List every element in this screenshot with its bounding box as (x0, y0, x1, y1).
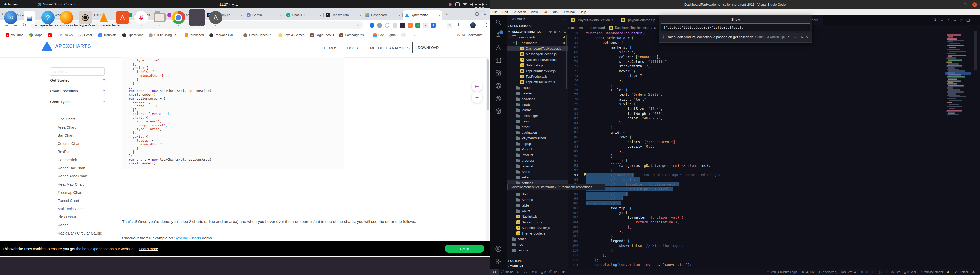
explorer-tree-item[interactable]: wallet (507, 208, 568, 213)
browser-menu-icon[interactable]: ⋮ (484, 22, 489, 28)
browser-tab[interactable]: Dashboard - × (363, 10, 403, 20)
show-applications-button[interactable] (475, 3, 484, 12)
explorer-tree-item[interactable]: headings (507, 96, 568, 101)
got-it-button[interactable]: Got it! (445, 245, 484, 253)
docs-nav-item[interactable]: Candlestick (58, 158, 77, 162)
account-icon[interactable] (493, 243, 504, 254)
explorer-tree-item[interactable]: NotificationsSection.js (507, 57, 568, 62)
accounts-icon[interactable]: 1 (493, 29, 504, 41)
dock-app[interactable] (152, 9, 168, 26)
dock-app[interactable] (21, 9, 37, 26)
explorer-tree-item[interactable]: TopProducts.js (507, 74, 568, 79)
extension-icon[interactable] (415, 23, 420, 28)
apexcharts-logo[interactable]: APEXCHARTS (41, 41, 91, 51)
code-search-icon[interactable] (493, 93, 504, 104)
bookmarks-overflow-icon[interactable]: » (414, 33, 415, 37)
minimize-button[interactable]: — (955, 3, 958, 6)
vscode-title-bar[interactable]: DashboardTopHeader.js - seller-storefron… (490, 0, 980, 9)
search-icon[interactable] (493, 17, 504, 28)
menu-item[interactable]: Terminal (560, 10, 577, 14)
explorer-tree-item[interactable]: layouts (507, 247, 568, 253)
docs-nav-item[interactable]: Column Chart (58, 142, 80, 145)
dot-icon[interactable]: ○ (947, 18, 950, 22)
menu-item[interactable]: Go (540, 10, 549, 14)
dock-app[interactable] (59, 9, 75, 26)
editor-scrollbar[interactable] (974, 31, 977, 70)
dock-app[interactable] (189, 9, 205, 26)
explorer-icon[interactable] (493, 55, 504, 66)
package-icon[interactable] (493, 106, 504, 117)
docs-nav-item[interactable]: Range Area Chart (58, 174, 87, 178)
menu-item[interactable]: Selection (510, 10, 528, 14)
dock-app[interactable] (115, 9, 130, 26)
dock-app[interactable] (77, 9, 93, 26)
bookmark-item[interactable]: STOP Using Ja... (149, 33, 179, 37)
maximize-button[interactable]: ▢ (964, 3, 967, 6)
docs-nav-item[interactable]: Radar (58, 223, 68, 227)
bookmark-item[interactable]: Toys & Games (278, 33, 304, 37)
browser-tab[interactable]: Synchronize × (403, 10, 442, 20)
close-button[interactable]: × (972, 2, 977, 7)
testing-icon[interactable] (493, 42, 504, 53)
docs-nav-section[interactable]: Chart Types∧ (50, 100, 105, 104)
bookmark-item[interactable]: YouTube (6, 33, 24, 37)
explorer-tree-item[interactable]: DashboardTopHeader.js (507, 46, 568, 51)
learn-more-link[interactable]: Learn more (139, 247, 158, 251)
explorer-tree-item[interactable]: progress (507, 158, 568, 163)
page-scrollbar[interactable] (487, 57, 489, 241)
bookmark-item[interactable]: Maps (29, 33, 42, 37)
explorer-tree-item[interactable]: MessengerSection.js (507, 51, 568, 57)
site-nav-link[interactable]: DOCS (347, 46, 358, 50)
all-bookmarks-button[interactable]: All Bookmarks (457, 33, 482, 37)
search-icon[interactable] (806, 35, 809, 39)
explorer-tree-item[interactable]: messenger (507, 113, 568, 119)
menu-item[interactable]: Run (549, 10, 560, 14)
site-nav-link[interactable]: DEMOS (324, 46, 337, 50)
menu-item[interactable]: File (490, 10, 500, 14)
explorer-tree-item[interactable]: hoc (507, 242, 568, 247)
new-tab-button[interactable]: + (445, 11, 448, 17)
status-item[interactable]: ⊘ 0 (530, 269, 539, 275)
status-item[interactable]: LF (870, 269, 877, 275)
status-item[interactable] (970, 269, 978, 275)
back-icon[interactable]: ← (940, 18, 944, 22)
explorer-tree-item[interactable]: navs (507, 119, 568, 124)
docs-nav-item[interactable]: Treemap Chart (58, 190, 83, 194)
extension-icon[interactable] (377, 23, 382, 28)
outline-section[interactable]: ›OUTLINE (507, 258, 568, 264)
back-icon[interactable]: ← (662, 17, 665, 21)
explorer-tree-item[interactable]: config (507, 236, 568, 242)
docs-nav-item[interactable]: Line Chart (58, 117, 75, 121)
status-item[interactable]: Go Live (883, 269, 902, 275)
status-item[interactable] (522, 269, 530, 275)
explorer-tree-item[interactable]: Navlinks.js (507, 213, 568, 219)
bookmark-item[interactable]: Translate (98, 33, 117, 37)
menu-item[interactable]: Edit (500, 10, 510, 14)
eye-icon[interactable] (800, 35, 803, 39)
dock-app[interactable] (170, 9, 186, 26)
more-actions-icon[interactable]: ⋯ (974, 18, 977, 22)
menu-item[interactable]: Help (577, 10, 589, 14)
close-button[interactable]: × (484, 11, 486, 16)
syncing-charts-link[interactable]: Syncing Charts (174, 236, 201, 240)
docs-nav-item[interactable]: Range Bar Chart (58, 166, 86, 170)
status-item[interactable]: 0 (560, 269, 570, 275)
docs-nav-item[interactable]: Funnel Chart (58, 199, 79, 203)
explorer-tree-item[interactable]: dispute (507, 85, 568, 90)
code-editor[interactable]: 10function DashboardTopHeader({41 const … (568, 31, 945, 269)
page-widget-sparkle-icon[interactable]: ✦ (472, 92, 482, 103)
explorer-tree-item[interactable]: Staff (507, 191, 568, 197)
bookmark-item[interactable]: Gmail (78, 33, 93, 38)
refresh-icon[interactable]: ↻ (559, 30, 562, 33)
explorer-tree-item[interactable]: seller (507, 174, 568, 180)
status-item[interactable]: Ln 94, Col 1 (127 selected) (799, 269, 839, 275)
menu-item[interactable]: View (528, 10, 540, 14)
page-widget-doc-icon[interactable]: ▤ (472, 81, 482, 92)
explorer-tree-item[interactable]: PaymentMethod (507, 135, 568, 141)
extension-icon[interactable] (400, 23, 405, 28)
docs-nav-item[interactable]: Multi-Axis Chart (58, 207, 84, 211)
bookmark-item[interactable]: Site - Figma (373, 33, 396, 37)
explorer-tree-item[interactable]: ServerError.js (507, 219, 568, 225)
bookmark-item[interactable]: News (59, 33, 73, 38)
forward-icon[interactable]: → (953, 18, 956, 22)
